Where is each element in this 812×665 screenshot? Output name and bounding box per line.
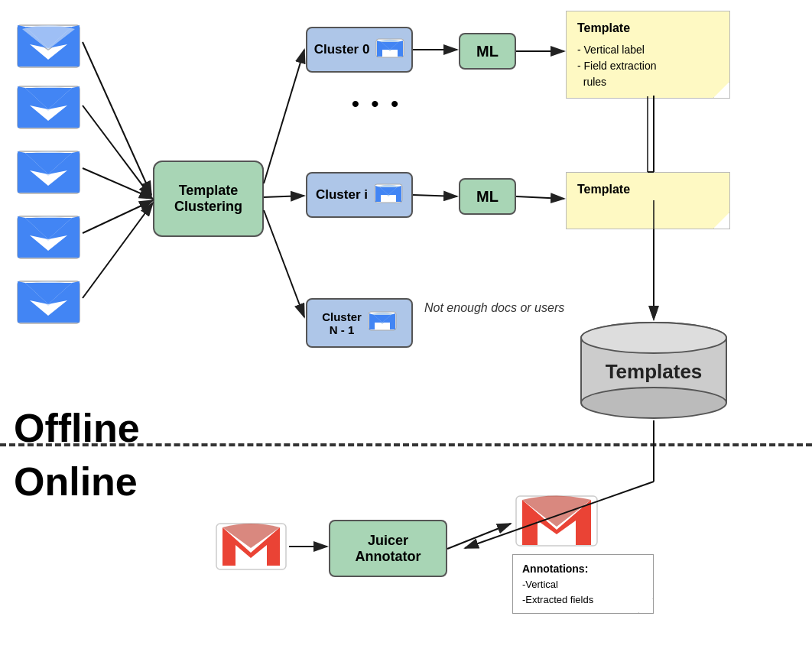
cluster-n-box: Cluster N - 1 [306,298,413,348]
ml-label-1: ML [476,43,499,60]
svg-line-25 [264,196,304,197]
template-clustering-box: Template Clustering [153,161,264,237]
svg-text:Templates: Templates [606,360,703,383]
svg-line-24 [264,50,304,183]
cluster0-label: Cluster 0 [314,42,370,57]
gmail-icon-output [512,488,600,556]
svg-line-26 [264,210,304,317]
juicer-label: Juicer Annotator [356,533,421,565]
svg-point-12 [581,388,726,418]
gmail-icon-online [213,514,289,579]
diagram-container: Offline Online [0,0,812,665]
ml-box-2: ML [459,178,516,215]
cluster-i-label: Cluster i [316,187,368,203]
template1-title: Template [577,19,719,37]
cluster0-box: Cluster 0 [306,27,413,73]
svg-line-41 [447,524,511,549]
svg-line-21 [83,168,153,199]
online-label: Online [14,459,138,504]
template1-items: - Vertical label- Field extraction rules [577,42,719,90]
svg-line-22 [83,200,153,233]
ellipsis-dots: • • • [352,92,401,116]
svg-line-28 [413,195,457,196]
template-note-1: Template - Vertical label- Field extract… [566,11,730,99]
gmail-icon-5 [14,271,83,329]
templates-database: Templates [577,321,730,420]
template-note-2: Template [566,172,730,229]
template-clustering-label: Template Clustering [174,183,242,215]
gmail-icon-2 [14,76,83,134]
annotations-items: -Vertical-Extracted fields [522,577,644,607]
svg-line-23 [83,203,153,298]
cluster-i-box: Cluster i [306,172,413,218]
svg-line-20 [83,105,151,197]
gmail-icon-3 [14,141,83,199]
gmail-icon-1 [14,15,83,73]
ml-label-2: ML [476,188,499,206]
svg-point-13 [581,323,726,353]
separator-line [0,443,812,446]
ml-box-1: ML [459,33,516,70]
annotations-title: Annotations: [522,561,644,577]
annotations-note: Annotations: -Vertical-Extracted fields [512,554,654,614]
template2-title: Template [577,180,719,199]
gmail-icon-4 [14,206,83,264]
not-enough-text: Not enough docs or users [424,300,564,316]
juicer-annotator-box: Juicer Annotator [329,520,447,577]
cluster-n-label: Cluster N - 1 [322,310,362,336]
svg-line-30 [516,196,564,199]
svg-line-19 [83,42,151,195]
